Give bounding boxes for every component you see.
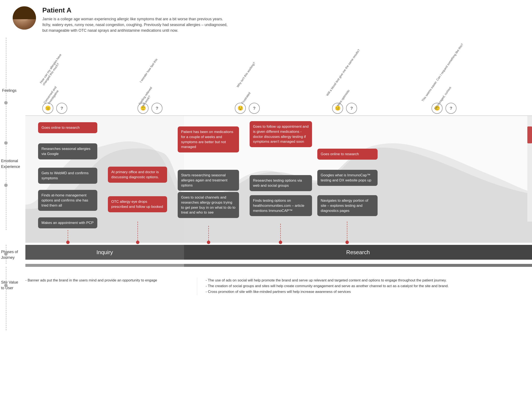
card-goes-online-research-2: Goes online to research — [317, 149, 378, 160]
feeling-text-3: Frustrated — [241, 92, 251, 105]
card-followup: Goes to follow up appointment and is giv… — [250, 121, 312, 147]
site-value-col-1: - Banner ads put the brand in the users … — [25, 277, 197, 295]
card-social-channels: Goes to social channels and researches a… — [178, 192, 239, 218]
header: Patient A Jamie is a college age woman e… — [0, 0, 532, 38]
journey-section: EmotionalExperience Goes online to resea… — [25, 116, 532, 243]
dash-col1 — [68, 230, 68, 241]
site-value-dot — [4, 284, 8, 287]
feelings-label: Feelings — [2, 88, 17, 93]
feeling-question-2: I wonder how fast this — [139, 58, 158, 83]
site-value-text-2b: - The creation of social groups and site… — [206, 283, 532, 289]
feeling-face-3: 😟 — [235, 103, 246, 114]
feeling-question-icon-1: ? — [56, 103, 67, 114]
bottom-bar — [25, 264, 532, 267]
patient-name: Patient A — [42, 6, 519, 14]
phases-section: Phases ofJourney Inquiry Research — [25, 245, 532, 264]
card-at-home: Finds at-home management options and con… — [38, 190, 97, 211]
site-value-text-2c: - Cross promotion of site with like-mind… — [206, 289, 532, 294]
feeling-question-3: Why isn't this working? — [236, 62, 256, 88]
card-appointment: Makes an appointment with PCP — [38, 217, 97, 228]
phase-inquiry-label: Inquiry — [96, 249, 113, 256]
feeling-question-icon-5: ? — [445, 103, 456, 114]
phase-inquiry: Inquiry — [25, 245, 184, 260]
card-researches-google: Researches seasonal allergies via Google — [38, 143, 97, 159]
dash-col2 — [138, 222, 138, 241]
patient-description: Jamie is a college age woman experiencin… — [42, 16, 233, 33]
site-value-col-2: - The use of ads on social will help pro… — [197, 277, 532, 295]
feeling-question-5: This seems easier. Can I request somethi… — [421, 43, 464, 102]
dash-research-col2 — [280, 224, 281, 241]
card-healthcommunities: Finds testing options on healthcommuniti… — [250, 195, 312, 216]
feeling-group-5: Encouraged, curious This seems easier. C… — [431, 103, 456, 114]
feeling-question-icon-2: ? — [152, 103, 162, 114]
page: Patient A Jamie is a college age woman e… — [0, 0, 532, 307]
emotional-dot-2 — [4, 184, 8, 187]
avatar-image — [13, 6, 36, 30]
phase-research-label: Research — [346, 249, 370, 256]
dot-col2 — [136, 241, 139, 244]
card-goes-online-research: Goes online to research — [38, 122, 97, 133]
card-primary-office: At primary office and doctor is discussi… — [108, 167, 167, 183]
card-immunocap: Googles what is ImmunoCap™ testing and D… — [317, 170, 378, 186]
bottom-bar-inquiry — [25, 264, 184, 267]
phases-dot — [4, 252, 8, 256]
feeling-group-2: Feeling relievedwill work? I wonder how … — [138, 103, 162, 114]
main-content: Feelings Concerned andInvestigative How … — [0, 38, 532, 307]
feeling-group-1: Concerned andInvestigative How can my al… — [42, 103, 67, 114]
card-testing-options: Researches testing options via web and s… — [250, 175, 312, 191]
emotional-dash-line — [6, 116, 6, 230]
phase-bar: Inquiry Research — [25, 245, 532, 260]
dash-research-col3 — [347, 222, 347, 241]
site-value-label: Site Valueto User — [1, 280, 18, 291]
dot-col1 — [66, 241, 70, 244]
site-value-text-2a: - The use of ads on social will help pro… — [206, 277, 532, 283]
dot-research-col2 — [279, 241, 282, 244]
feeling-question-4: Will a blood test give me the same resul… — [325, 48, 361, 97]
phases-label: Phases ofJourney — [1, 249, 18, 261]
feeling-question-1: How can my allergies havechanged this mu… — [39, 53, 65, 86]
card-starts-researching: Starts researching seasonal allergies ag… — [178, 170, 239, 191]
feeling-question-icon-4: ? — [346, 103, 357, 114]
card-allergy-portion: Navigates to allergy portion of site – e… — [317, 195, 378, 216]
dot-research-col3 — [345, 241, 349, 244]
feeling-icons-4: 😐 ? — [332, 103, 357, 114]
card-webmd: Gets to WebMD and confirms symptoms — [38, 168, 97, 184]
site-value-dash-line — [6, 267, 6, 330]
feelings-section: Feelings Concerned andInvestigative How … — [25, 38, 532, 116]
phase-research: Research — [184, 245, 532, 260]
feeling-group-3: Frustrated Why isn't this working? 😟 ? — [235, 103, 260, 114]
dot-research-col1 — [207, 241, 210, 244]
feelings-dot — [4, 101, 8, 105]
site-value-text-1: - Banner ads put the brand in the users … — [25, 277, 189, 283]
header-text: Patient A Jamie is a college age woman e… — [42, 6, 519, 33]
emotional-experience-label: EmotionalExperience — [1, 158, 20, 170]
bottom-bar-research — [184, 264, 532, 267]
emotional-dot-1 — [4, 141, 8, 145]
feeling-icons-3: 😟 ? — [235, 103, 260, 114]
feeling-question-icon-3: ? — [249, 103, 260, 114]
dash-research-col1 — [208, 226, 209, 241]
card-otc-drops: OTC allergy eye drops prescribed and fol… — [108, 196, 167, 212]
site-value-section: Site Valueto User - Banner ads put the b… — [25, 267, 532, 307]
card-medications: Patient has been on medications for a co… — [178, 126, 239, 152]
avatar — [13, 6, 36, 30]
feeling-group-4: More optimistic Will a blood test give m… — [332, 103, 357, 114]
